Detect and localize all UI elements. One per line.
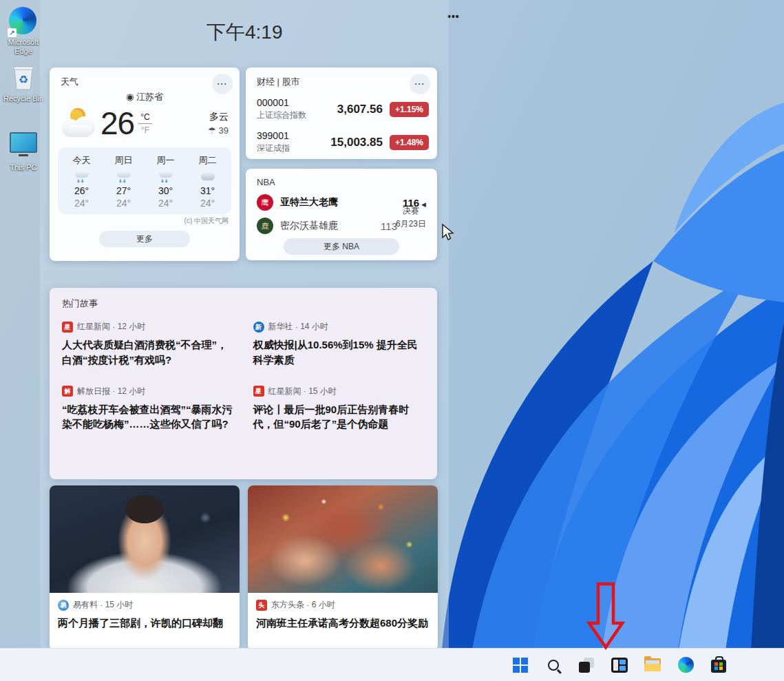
task-view-icon	[579, 658, 594, 673]
cloudy-icon	[200, 170, 216, 182]
nba-widget-card[interactable]: NBA 鹰 亚特兰大老鹰 116◀ 鹿 密尔沃基雄鹿 113 决赛 6月23日 …	[246, 169, 437, 260]
location-pin-icon: ◉	[126, 92, 134, 102]
story-time: 15 小时	[105, 599, 134, 611]
desktop-ellipsis-icon: •••	[447, 11, 460, 22]
story-headline[interactable]: 两个月播了三部剧，许凯的口碑却翻	[58, 616, 231, 630]
stock-code: 399001	[257, 130, 290, 141]
news-photo-celebration	[248, 485, 438, 593]
weather-forecast-strip: 今天 🌢🌢 26° 24° 周日 🌢🌢 27° 24° 周一 🌢🌢 30° 24…	[58, 147, 231, 214]
weather-credit: (c) 中国天气网	[61, 216, 229, 226]
hot-stories-card: 热门故事 星 红星新闻 · 12 小时 人大代表质疑白酒消费税“不合理”，白酒“…	[50, 288, 437, 479]
news-image-card[interactable]: 易 易有料 · 15 小时 两个月播了三部剧，许凯的口碑却翻	[50, 485, 240, 651]
weather-condition-text: 多云	[208, 111, 229, 123]
temperature-unit-toggle[interactable]: °C °F	[138, 112, 151, 135]
current-temperature: 26	[100, 105, 134, 142]
forecast-day[interactable]: 周二 31° 24°	[187, 154, 229, 209]
this-pc-icon	[9, 132, 38, 161]
story-headline[interactable]: 评论丨最后一批90后正告别青春时代，但“90后老了”是个伪命题	[253, 402, 425, 432]
stock-name: 深证成指	[257, 143, 290, 154]
search-button[interactable]	[540, 651, 567, 679]
team-score: 113	[381, 220, 397, 232]
story-item[interactable]: 星 红星新闻 · 12 小时 人大代表质疑白酒消费税“不合理”，白酒“按度计税”…	[62, 321, 234, 368]
story-item[interactable]: 解 解放日报 · 12 小时 “吃荔枝开车会被查出酒驾”“暴雨水污染不能吃杨梅”…	[62, 386, 234, 432]
game-date: 6月23日	[396, 218, 426, 231]
weather-location: ◉ 江苏省	[50, 91, 240, 103]
search-icon	[548, 660, 559, 671]
stock-row[interactable]: 399001 深证成指 15,003.85 +1.48%	[246, 130, 437, 154]
story-time: 6 小时	[312, 599, 335, 611]
edge-icon: ↗	[9, 7, 38, 36]
forecast-day[interactable]: 周一 🌢🌢 30° 24°	[145, 154, 187, 209]
source-logo-icon: 头	[256, 600, 267, 611]
source-logo-icon: 星	[253, 386, 264, 397]
umbrella-icon: ☂	[208, 125, 216, 136]
recycle-bin-icon: ♻	[9, 63, 38, 92]
rain-icon: 🌢🌢	[158, 170, 174, 182]
team-name: 亚特兰大老鹰	[280, 196, 338, 209]
desktop-icon-recycle-bin[interactable]: ♻ Recycle Bin	[1, 63, 45, 103]
source-name: 新华社	[268, 321, 293, 333]
nba-title: NBA	[257, 177, 437, 187]
taskbar	[0, 648, 784, 681]
stock-code: 000001	[257, 97, 306, 108]
mouse-cursor	[441, 224, 455, 242]
desktop-icon-label: Microsoft Edge	[1, 38, 45, 55]
hot-stories-title: 热门故事	[62, 297, 425, 310]
svg-text:♻: ♻	[19, 74, 28, 85]
microsoft-store-icon	[711, 660, 726, 673]
bucks-logo-icon: 鹿	[257, 218, 273, 234]
source-name: 红星新闻	[77, 321, 110, 333]
story-headline[interactable]: 权威快报|从10.56%到15% 提升全民科学素质	[253, 337, 425, 368]
story-headline[interactable]: “吃荔枝开车会被查出酒驾”“暴雨水污染不能吃杨梅”……这些你又信了吗?	[62, 402, 234, 432]
forecast-day[interactable]: 今天 🌢🌢 26° 24°	[61, 154, 103, 209]
weather-condition-icon	[61, 108, 98, 138]
edge-button[interactable]	[672, 651, 699, 679]
story-item[interactable]: 新 新华社 · 14 小时 权威快报|从10.56%到15% 提升全民科学素质	[253, 321, 425, 368]
news-photo-portrait	[50, 485, 240, 593]
stock-row[interactable]: 000001 上证综合指数 3,607.56 +1.15%	[246, 97, 437, 121]
desktop-icon-edge[interactable]: ↗ Microsoft Edge	[1, 7, 45, 55]
nba-more-button[interactable]: 更多 NBA	[284, 238, 399, 255]
news-image-card[interactable]: 头 东方头条 · 6 小时 河南班主任承诺高考分数超680分奖励	[248, 485, 438, 651]
file-explorer-button[interactable]	[639, 651, 666, 679]
source-logo-icon: 解	[62, 386, 73, 397]
story-time: 15 小时	[308, 386, 337, 397]
weather-more-button[interactable]: 更多	[99, 231, 190, 247]
finance-more-options-button[interactable]: ···	[410, 74, 430, 94]
widgets-panel: 下午4:19 天气 ··· ◉ 江苏省 26 °C °F 多云 ☂	[40, 0, 449, 648]
rain-probability: ☂ 39	[208, 125, 229, 136]
weather-widget-card[interactable]: 天气 ··· ◉ 江苏省 26 °C °F 多云 ☂ 39	[50, 67, 240, 261]
desktop-icon-label: This PC	[1, 163, 45, 172]
story-time: 12 小时	[118, 321, 146, 333]
source-name: 易有料	[73, 599, 98, 611]
source-name: 红星新闻	[268, 386, 301, 397]
file-explorer-icon	[644, 658, 661, 671]
rain-icon: 🌢🌢	[74, 170, 90, 182]
stock-value: 15,003.85	[330, 136, 383, 149]
start-button[interactable]	[507, 651, 534, 679]
widgets-taskbar-button[interactable]	[606, 651, 633, 679]
story-headline[interactable]: 人大代表质疑白酒消费税“不合理”，白酒“按度计税”有戏吗?	[62, 337, 234, 368]
source-logo-icon: 星	[62, 322, 73, 333]
story-time: 12 小时	[118, 386, 146, 397]
finance-widget-card[interactable]: 财经 | 股市 ··· 000001 上证综合指数 3,607.56 +1.15…	[246, 67, 437, 159]
game-meta: 决赛 6月23日	[396, 205, 426, 231]
source-name: 东方头条	[271, 599, 304, 611]
desktop-icon-this-pc[interactable]: This PC	[1, 129, 45, 172]
story-item[interactable]: 星 红星新闻 · 15 小时 评论丨最后一批90后正告别青春时代，但“90后老了…	[253, 386, 425, 432]
source-logo-icon: 易	[58, 600, 69, 611]
game-stage: 决赛	[396, 205, 426, 218]
microsoft-store-button[interactable]	[705, 651, 732, 679]
desktop-icon-label: Recycle Bin	[1, 94, 45, 103]
widgets-icon	[611, 658, 628, 673]
rain-icon: 🌢🌢	[116, 170, 132, 182]
widgets-time: 下午4:19	[206, 19, 283, 45]
team-name: 密尔沃基雄鹿	[280, 220, 338, 232]
story-time: 14 小时	[300, 321, 328, 333]
story-headline[interactable]: 河南班主任承诺高考分数超680分奖励	[256, 616, 430, 630]
source-name: 解放日报	[77, 386, 110, 397]
weather-more-options-button[interactable]: ···	[212, 74, 233, 94]
forecast-day[interactable]: 周日 🌢🌢 27° 24°	[103, 154, 145, 209]
task-view-button[interactable]	[573, 651, 600, 679]
start-icon	[513, 658, 528, 673]
